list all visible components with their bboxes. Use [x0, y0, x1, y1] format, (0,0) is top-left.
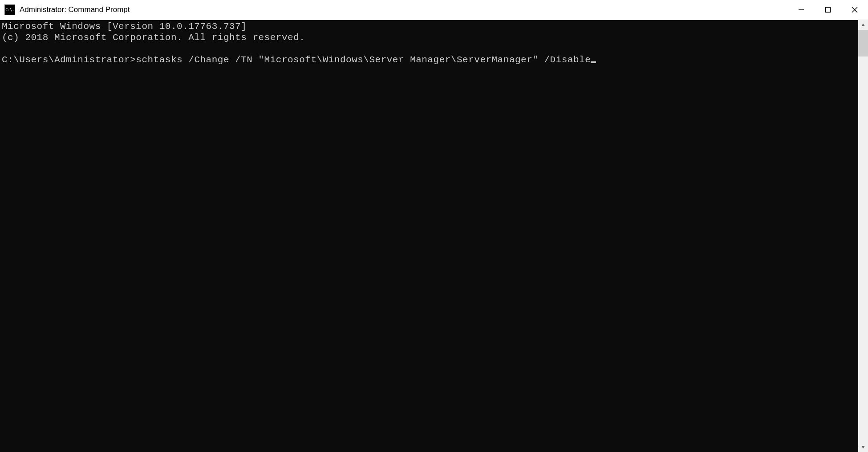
window: C:\. Administrator: Command Prompt Micro…	[0, 0, 868, 452]
console-command: schtasks /Change /TN "Microsoft\Windows\…	[136, 55, 591, 65]
window-controls	[788, 0, 868, 20]
svg-marker-5	[861, 446, 865, 448]
maximize-icon	[825, 7, 831, 13]
maximize-button[interactable]	[815, 0, 841, 20]
minimize-icon	[798, 7, 804, 13]
vertical-scrollbar[interactable]	[858, 20, 868, 452]
command-prompt-icon-text: C:\.	[5, 8, 14, 12]
scroll-up-button[interactable]	[858, 20, 868, 30]
console-line-version: Microsoft Windows [Version 10.0.17763.73…	[2, 21, 247, 32]
text-cursor	[591, 61, 596, 63]
scroll-thumb[interactable]	[858, 30, 868, 56]
console-line-copyright: (c) 2018 Microsoft Corporation. All righ…	[2, 32, 305, 43]
close-button[interactable]	[841, 0, 868, 20]
close-icon	[852, 7, 858, 13]
command-prompt-icon: C:\.	[4, 4, 15, 15]
titlebar-left: C:\. Administrator: Command Prompt	[0, 4, 130, 15]
scroll-track[interactable]	[858, 30, 868, 442]
chevron-down-icon	[861, 445, 865, 449]
client-area: Microsoft Windows [Version 10.0.17763.73…	[0, 20, 868, 452]
svg-rect-1	[826, 8, 831, 12]
titlebar[interactable]: C:\. Administrator: Command Prompt	[0, 0, 868, 20]
console-output[interactable]: Microsoft Windows [Version 10.0.17763.73…	[0, 20, 858, 452]
svg-marker-4	[861, 24, 865, 26]
minimize-button[interactable]	[788, 0, 815, 20]
window-title: Administrator: Command Prompt	[20, 5, 130, 14]
console-prompt: C:\Users\Administrator>	[2, 55, 136, 65]
scroll-down-button[interactable]	[858, 442, 868, 452]
chevron-up-icon	[861, 23, 865, 27]
